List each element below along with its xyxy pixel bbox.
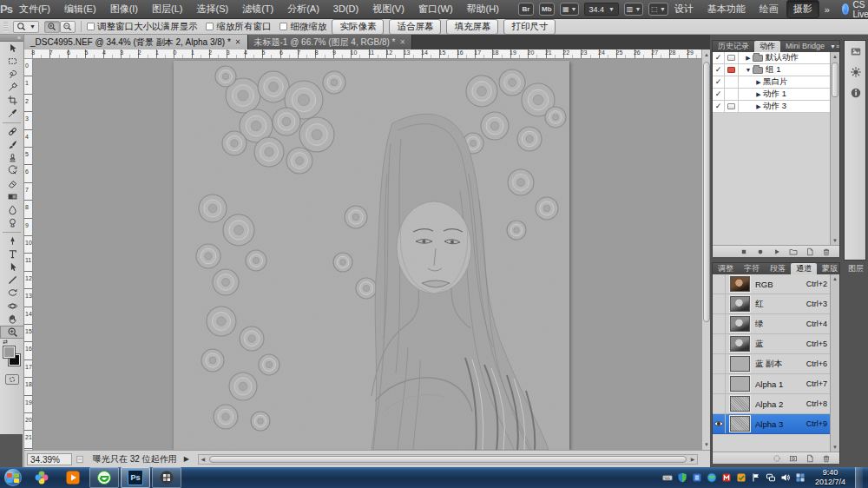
action-dialog-toggle[interactable] [725,76,739,88]
menu-E[interactable]: 编辑(E) [57,0,103,18]
action-toggle-icon[interactable]: ✓ [713,76,725,88]
channels-scrollbar[interactable]: ▲▼ [830,274,839,452]
channel-row-Alpha-2[interactable]: Alpha 2 Ctrl+8 [713,394,839,414]
line-shape-tool[interactable] [0,274,24,287]
screen-mode-icon[interactable]: ⬚▼ [648,3,668,16]
expand-triangle-icon[interactable]: ▶ [744,55,753,62]
channel-row-蓝-副本[interactable]: 蓝 副本 Ctrl+6 [713,354,839,374]
channel-row-RGB[interactable]: RGB Ctrl+2 [713,274,839,294]
crop-tool[interactable] [0,94,24,107]
spot-healing-tool[interactable] [0,125,24,138]
expand-triangle-icon[interactable]: ▶ [754,79,763,86]
channels-tab-图层[interactable]: 图层 [843,263,868,274]
visibility-toggle[interactable] [713,294,726,313]
status-zoom-field[interactable]: 34.39% [27,453,72,465]
visibility-toggle[interactable] [713,354,726,373]
menu-F[interactable]: 文件(F) [12,0,57,18]
zoom-in-mode-button[interactable] [44,21,60,33]
channel-row-Alpha-3[interactable]: Alpha 3 Ctrl+9 [713,414,839,434]
menu-T[interactable]: 滤镜(T) [235,0,280,18]
action-dialog-toggle[interactable] [725,89,739,100]
workspace-overflow-button[interactable]: » [819,4,835,15]
taskbar-app-player[interactable] [58,467,88,488]
3d-orbit-tool[interactable] [0,300,24,313]
tray-network-icon[interactable] [766,472,776,483]
move-tool[interactable] [0,42,24,55]
new-action-button[interactable] [806,247,814,256]
action-item-2[interactable]: ✓ ▶ 黑白片 [713,76,839,89]
visibility-toggle[interactable] [713,394,726,413]
menu-3DD[interactable]: 3D(D) [326,0,365,18]
actions-tab-动作[interactable]: 动作 [754,41,780,52]
scroll-left-icon[interactable]: ◀ [199,455,207,464]
tray-action-center-flag-icon[interactable] [751,472,761,483]
channel-row-蓝[interactable]: 蓝 Ctrl+5 [713,334,839,354]
channels-tab-段落[interactable]: 段落 [765,263,791,274]
lasso-tool[interactable] [0,68,24,81]
mini-bridge-icon[interactable]: Mb [539,3,555,16]
action-item-3[interactable]: ✓ ▶ 动作 1 [713,89,839,101]
horizontal-scroll-thumb[interactable] [209,456,687,463]
scroll-right-icon[interactable]: ▶ [688,455,697,464]
taskbar-app-photoshop[interactable]: Ps [121,467,150,488]
workspace-基本功能[interactable]: 基本功能 [701,1,752,17]
eyedropper-tool[interactable] [0,107,24,120]
action-item-1[interactable]: ✓ ▼ 组 1 [713,64,839,76]
expand-triangle-icon[interactable]: ▶ [754,91,763,98]
tray-keyboard-icon[interactable] [662,472,673,483]
document-tab-0[interactable]: _DSC4995.NEF @ 34.4% (背景 副本 2, Alpha 3/8… [24,35,248,49]
quick-select-tool[interactable] [0,81,24,94]
stop-recording-button[interactable] [740,247,748,256]
adjustments-panel-icon[interactable] [845,62,867,82]
zoom-level-combo[interactable]: 34.4▼ [584,3,618,16]
tray-m-icon[interactable] [721,472,732,483]
zoom-tool-preset[interactable]: ▼ [13,21,39,33]
swap-colors-icon[interactable]: ⇄ [3,339,8,346]
path-select-tool[interactable] [0,260,24,274]
load-channel-selection-button[interactable] [773,454,781,463]
canvas-viewport[interactable] [33,59,701,450]
panel-menu-icon[interactable]: ▼≡ [830,41,843,52]
horizontal-scrollbar[interactable]: ◀ ▶ [198,454,698,465]
3d-rotate-tool[interactable] [0,287,24,300]
taskbar-app-image-viewer[interactable] [152,467,181,488]
dodge-tool[interactable] [0,216,24,229]
play-action-button[interactable] [773,247,781,256]
document-tab-1[interactable]: 未标题-1 @ 66.7% (图层 4, RGB/8) *✕ [248,35,413,49]
taskbar-app-browser[interactable] [89,467,119,488]
option-button-2[interactable]: 填充屏幕 [446,19,498,35]
cs-live-button[interactable]: CS Live ▼ [835,0,868,19]
workspace-摄影[interactable]: 摄影 [786,0,819,18]
canvas-image[interactable] [174,61,569,450]
menu-I[interactable]: 图像(I) [103,0,145,18]
option-button-0[interactable]: 实际像素 [332,19,384,35]
visibility-toggle[interactable] [713,314,726,333]
action-toggle-icon[interactable]: ✓ [713,52,725,63]
taskbar-app-pinwheel[interactable] [27,467,56,488]
visibility-toggle[interactable] [713,414,726,433]
action-dialog-toggle[interactable] [725,101,739,112]
vertical-scroll-thumb[interactable] [703,62,710,322]
marquee-tool[interactable] [0,55,24,68]
option-checkbox-0[interactable]: 调整窗口大小以满屏显示 [87,21,198,33]
new-channel-button[interactable] [806,454,814,463]
vertical-scrollbar[interactable]: ▲ ▼ [701,49,710,450]
gradient-tool[interactable] [0,190,24,203]
channels-tab-字符[interactable]: 字符 [739,263,765,274]
view-extras-icon[interactable]: ▥▼ [624,3,644,16]
option-button-3[interactable]: 打印尺寸 [503,19,556,35]
visibility-toggle[interactable] [713,274,726,293]
channels-tab-蒙版[interactable]: 蒙版 [817,263,843,274]
hand-tool[interactable] [0,313,24,326]
new-action-set-button[interactable] [789,247,798,256]
menu-H[interactable]: 帮助(H) [460,0,506,18]
workspace-设计[interactable]: 设计 [668,1,700,17]
expand-triangle-icon[interactable]: ▼ [744,67,753,73]
action-dialog-toggle[interactable] [725,64,739,76]
actions-tab-历史记录[interactable]: 历史记录 [713,41,754,52]
action-dialog-toggle[interactable] [725,52,739,63]
menu-L[interactable]: 图层(L) [145,0,189,18]
actions-scrollbar[interactable]: ▲▼ [830,52,839,245]
menu-V[interactable]: 视图(V) [365,0,411,18]
channels-tab-调整[interactable]: 调整 [713,263,739,274]
